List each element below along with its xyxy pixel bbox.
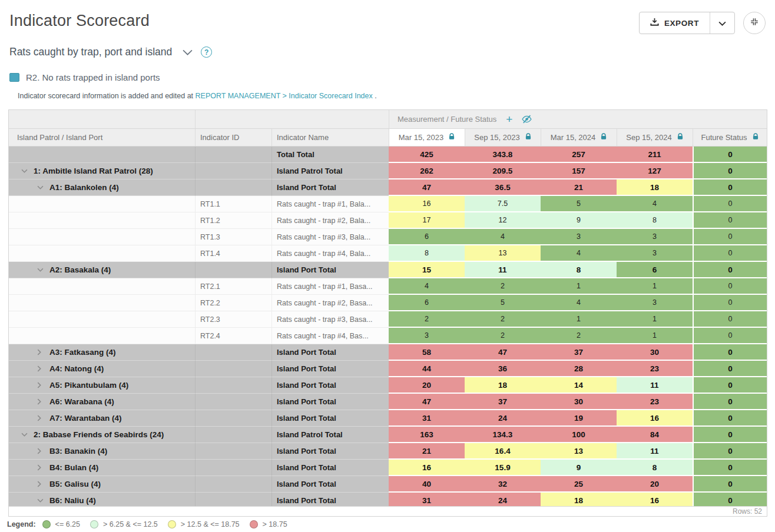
group-label: A3: Fatkasang (4) — [49, 348, 116, 357]
table-row: A3: Fatkasang (4)Island Port Total584737… — [9, 344, 767, 361]
value-cell: 84 — [617, 427, 693, 443]
value-cell: 13 — [541, 443, 617, 460]
chevron-down-icon[interactable] — [21, 169, 28, 173]
indicator-id-cell: RT1.4 — [195, 245, 271, 262]
indicator-id-cell — [195, 394, 271, 410]
value-cell: 5 — [541, 196, 617, 212]
chevron-right-icon[interactable] — [37, 464, 44, 471]
value-cell: 157 — [541, 163, 617, 179]
indicator-name-cell: Island Port Total — [271, 476, 389, 493]
report-selector[interactable]: Rats caught by trap, port and island — [9, 46, 172, 58]
table-row: RT2.3Rats caught - trap #3, Basa...22110 — [9, 311, 767, 328]
indicator-name-cell: Rats caught - trap #3, Basa... — [271, 311, 389, 328]
legend-item: > 6.25 & <= 12.5 — [90, 520, 158, 528]
export-dropdown-button[interactable] — [710, 12, 734, 34]
report-selector-row: Rats caught by trap, port and island ? — [0, 34, 775, 58]
value-cell: 3 — [617, 295, 693, 311]
indicator-name-cell: Island Port Total — [271, 262, 389, 278]
value-cell: 36 — [465, 361, 541, 377]
chevron-right-icon[interactable] — [37, 415, 44, 421]
value-cell: 11 — [465, 262, 541, 278]
indicator-name-cell: Island Port Total — [271, 377, 389, 394]
collapse-view-button[interactable] — [743, 12, 766, 34]
value-cell: 21 — [541, 179, 617, 196]
value-cell: 6 — [617, 262, 693, 278]
help-icon[interactable]: ? — [201, 46, 212, 58]
value-cell: 0 — [693, 476, 767, 493]
indicator-id-cell — [195, 460, 271, 476]
group-label: B5: Galisu (4) — [49, 480, 101, 488]
value-cell: 16.4 — [465, 443, 541, 460]
chevron-right-icon[interactable] — [37, 382, 44, 388]
column-header-measure-3[interactable]: Mar 15, 2024 — [541, 129, 617, 146]
eye-off-icon[interactable] — [522, 115, 532, 124]
column-header-future-status[interactable]: Future Status — [693, 129, 767, 146]
value-cell: 3 — [389, 328, 465, 344]
value-cell: 100 — [541, 427, 617, 443]
chevron-down-icon[interactable] — [37, 185, 44, 189]
value-cell: 0 — [693, 493, 767, 506]
report-management-link[interactable]: REPORT MANAGEMENT > Indicator Scorecard … — [196, 92, 373, 100]
indicator-id-cell: RT1.3 — [195, 229, 271, 245]
value-cell: 209.5 — [465, 163, 541, 179]
group-cell: A5: Pikantubulam (4) — [9, 377, 195, 394]
value-cell: 14 — [541, 377, 617, 394]
value-cell: 0 — [693, 328, 767, 344]
value-cell: 0 — [693, 361, 767, 377]
value-cell: 15 — [389, 262, 465, 278]
chevron-down-icon[interactable] — [183, 47, 193, 58]
value-cell: 6 — [389, 295, 465, 311]
value-cell: 134.3 — [465, 427, 541, 443]
table-row: A7: Warantaban (4)Island Port Total31241… — [9, 410, 767, 427]
value-cell: 30 — [541, 394, 617, 410]
chevron-right-icon[interactable] — [37, 448, 44, 454]
chevron-down-icon[interactable] — [37, 498, 44, 503]
group-header-spacer — [195, 110, 389, 128]
group-label: A2: Basakala (4) — [49, 265, 111, 274]
value-cell: 8 — [389, 245, 465, 262]
column-header-measure-1[interactable]: Mar 15, 2023 — [389, 129, 465, 146]
export-split-button: EXPORT — [639, 12, 735, 34]
chevron-right-icon[interactable] — [37, 365, 44, 372]
value-cell: 4 — [541, 295, 617, 311]
table-row: RT1.4Rats caught - trap #4, Bala...81343… — [9, 245, 767, 262]
value-cell: 8 — [541, 262, 617, 278]
chevron-right-icon[interactable] — [37, 398, 44, 405]
value-cell: 9 — [541, 460, 617, 476]
chevron-down-icon[interactable] — [21, 433, 28, 437]
value-cell: 4 — [617, 196, 693, 212]
chevron-right-icon[interactable] — [37, 481, 44, 487]
indicator-id-cell — [195, 443, 271, 460]
indicator-id-cell — [195, 377, 271, 394]
indicator-name-cell: Rats caught - trap #2, Basa... — [271, 295, 389, 311]
column-header-label: Sep 15, 2024 — [626, 133, 671, 142]
legend-item: <= 6.25 — [42, 520, 80, 528]
indicator-name-cell: Island Port Total — [271, 344, 389, 361]
row-spacer-cell — [9, 278, 195, 295]
value-cell: 31 — [389, 493, 465, 506]
row-spacer-cell — [9, 196, 195, 212]
value-cell: 8 — [617, 460, 693, 476]
export-button[interactable]: EXPORT — [640, 12, 710, 34]
value-cell: 1 — [541, 311, 617, 328]
chevron-down-icon[interactable] — [37, 268, 44, 272]
page-title: Indicator Scorecard — [9, 12, 150, 30]
legend: Legend: <= 6.25 > 6.25 & <= 12.5 > 12.5 … — [7, 520, 292, 528]
indicator-id-cell — [195, 344, 271, 361]
indicator-id-cell — [195, 361, 271, 377]
column-header-island-patrol[interactable]: Island Patrol / Island Port — [9, 129, 195, 146]
column-header-measure-2[interactable]: Sep 15, 2023 — [465, 129, 541, 146]
indicator-id-cell — [195, 493, 271, 506]
value-cell: 30 — [617, 344, 693, 361]
chevron-right-icon[interactable] — [37, 349, 44, 355]
value-cell: 343.8 — [465, 147, 541, 163]
rows-count-bar: Rows: 52 — [9, 506, 767, 516]
add-column-icon[interactable]: + — [506, 114, 512, 125]
value-cell: 58 — [389, 344, 465, 361]
value-cell: 0 — [693, 163, 767, 179]
legend-item: > 12.5 & <= 18.75 — [168, 520, 240, 528]
column-header-indicator-id[interactable]: Indicator ID — [195, 129, 271, 146]
value-cell: 2 — [465, 278, 541, 295]
column-header-indicator-name[interactable]: Indicator Name — [271, 129, 389, 146]
column-header-measure-4[interactable]: Sep 15, 2024 — [617, 129, 693, 146]
